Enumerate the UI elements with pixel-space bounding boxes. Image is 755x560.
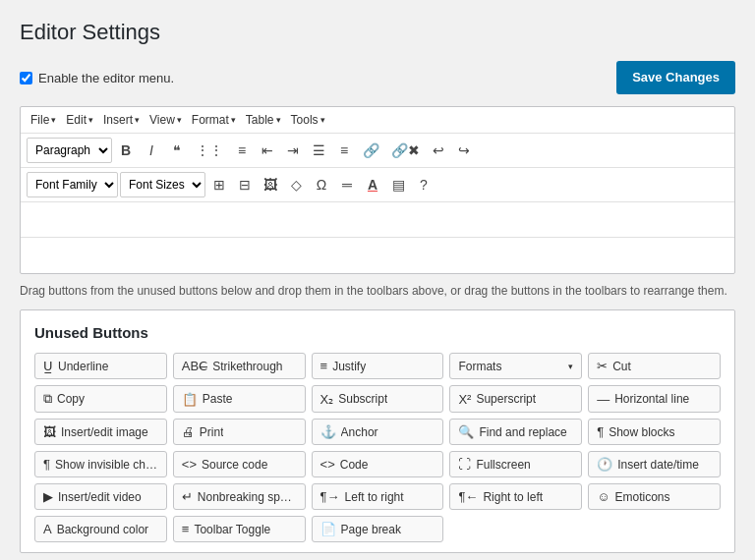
unused-btn-icon-rtl: ¶←: [458, 489, 478, 504]
enable-row: Enable the editor menu. Save Changes: [20, 61, 735, 94]
hr-btn[interactable]: ═: [335, 173, 359, 196]
chevron-icon: ▾: [568, 362, 573, 371]
unused-btn-source-code[interactable]: <>Source code: [173, 451, 306, 477]
unused-btn-icon-insert-video: ▶: [43, 489, 53, 504]
unused-btn-strikethrough[interactable]: ABC̶Strikethrough: [173, 353, 306, 379]
font-color-btn[interactable]: A: [361, 173, 384, 196]
pen-btn[interactable]: ◇: [284, 173, 308, 196]
unused-btn-label-subscript: Subscript: [338, 392, 387, 406]
unused-btn-superscript[interactable]: X²Superscript: [449, 385, 582, 413]
menu-item-file[interactable]: File▾: [27, 111, 60, 129]
unused-btn-label-insert-image: Insert/edit image: [61, 425, 148, 439]
toolbar-row-2: Font Family Font Sizes ⊞ ⊟ 🖼 ◇ Ω ═ A ▤ ?: [21, 168, 734, 202]
unused-btn-code[interactable]: <>Code: [312, 451, 444, 477]
unused-btn-label-code: Code: [340, 458, 369, 472]
enable-label[interactable]: Enable the editor menu.: [20, 71, 174, 85]
menu-item-view[interactable]: View▾: [145, 111, 186, 129]
media-btn[interactable]: 🖼: [259, 173, 282, 196]
unused-btn-icon-anchor: ⚓: [320, 424, 336, 439]
drag-hint: Drag buttons from the unused buttons bel…: [20, 274, 735, 309]
unused-btn-icon-hr: —: [597, 392, 610, 407]
toolbar-row-4: [21, 238, 734, 273]
unused-btn-icon-justify: ≡: [320, 359, 328, 373]
table-row-btn[interactable]: ⊟: [233, 173, 257, 196]
paragraph-select[interactable]: ParagraphHeading 1Heading 2Heading 3Head…: [27, 138, 112, 163]
unused-btn-toolbar-toggle[interactable]: ≡Toolbar Toggle: [173, 516, 306, 542]
chevron-icon: ▾: [231, 115, 236, 125]
unused-btn-icon-code: <>: [320, 457, 335, 472]
indent-btn[interactable]: ⇥: [281, 139, 305, 162]
unused-btn-cut[interactable]: ✂Cut: [588, 353, 721, 379]
unused-btn-print[interactable]: 🖨Print: [173, 419, 306, 445]
redo-btn[interactable]: ↪: [452, 139, 476, 162]
unused-btn-page-break[interactable]: 📄Page break: [312, 516, 444, 542]
unused-btn-label-hr: Horizontal line: [614, 392, 689, 406]
numlist-btn[interactable]: ≡: [230, 139, 254, 162]
table2-btn[interactable]: ▤: [386, 173, 410, 196]
unused-btn-nonbreaking[interactable]: ↵Nonbreaking space: [173, 483, 306, 510]
align-center-btn[interactable]: ≡: [332, 139, 356, 162]
unused-btn-bg-color[interactable]: ABackground color: [34, 516, 167, 542]
unused-btn-underline[interactable]: U̲Underline: [34, 353, 167, 379]
align-left-btn[interactable]: ☰: [307, 139, 330, 162]
unused-btn-ltr[interactable]: ¶→Left to right: [312, 483, 444, 510]
menu-item-table[interactable]: Table▾: [242, 111, 285, 129]
menu-bar: File▾Edit▾Insert▾View▾Format▾Table▾Tools…: [21, 107, 734, 134]
editor-container: File▾Edit▾Insert▾View▾Format▾Table▾Tools…: [20, 106, 735, 274]
font-family-select[interactable]: Font Family: [27, 172, 118, 197]
toolbar-row-3: [21, 202, 734, 238]
unused-btn-icon-ltr: ¶→: [320, 489, 340, 504]
chevron-icon: ▾: [135, 115, 140, 125]
unused-btn-insert-video[interactable]: ▶Insert/edit video: [34, 483, 167, 510]
unused-btn-insert-datetime[interactable]: 🕐Insert date/time: [588, 451, 721, 477]
unused-buttons-container: Unused Buttons U̲UnderlineABC̶Strikethro…: [20, 309, 735, 553]
blockquote-btn[interactable]: ❝: [165, 139, 189, 162]
menu-label-edit: Edit: [66, 113, 87, 127]
table-btn[interactable]: ⊞: [207, 173, 231, 196]
unused-btn-label-page-break: Page break: [341, 523, 401, 536]
unused-grid: U̲UnderlineABC̶Strikethrough≡JustifyForm…: [34, 353, 721, 542]
unused-btn-subscript[interactable]: X₂Subscript: [312, 385, 444, 413]
unused-btn-copy[interactable]: ⧉Copy: [34, 385, 167, 413]
unused-btn-justify[interactable]: ≡Justify: [312, 353, 444, 379]
unused-btn-find-replace[interactable]: 🔍Find and replace: [449, 419, 582, 445]
outdent-btn[interactable]: ⇤: [256, 139, 279, 162]
chevron-icon: ▾: [320, 115, 325, 125]
unused-btn-icon-superscript: X²: [458, 392, 471, 407]
unused-btn-formats[interactable]: Formats▾: [449, 353, 582, 379]
special-char-btn[interactable]: Ω: [310, 173, 333, 196]
undo-btn[interactable]: ↩: [427, 139, 450, 162]
unused-title: Unused Buttons: [34, 324, 721, 341]
menu-item-tools[interactable]: Tools▾: [287, 111, 329, 129]
unused-btn-label-fullscreen: Fullscreen: [476, 458, 530, 472]
unused-btn-show-blocks[interactable]: ¶Show blocks: [588, 419, 721, 445]
italic-btn[interactable]: I: [140, 139, 163, 162]
unused-btn-label-cut: Cut: [612, 360, 631, 373]
font-size-select[interactable]: Font Sizes: [120, 172, 205, 197]
menu-item-insert[interactable]: Insert▾: [99, 111, 144, 129]
unused-btn-icon-bg-color: A: [43, 522, 52, 536]
bold-btn[interactable]: B: [114, 139, 138, 162]
enable-checkbox[interactable]: [20, 72, 32, 84]
unused-btn-hr[interactable]: —Horizontal line: [588, 385, 721, 413]
unused-btn-icon-emoticons: ☺: [597, 489, 610, 504]
chevron-icon: ▾: [51, 115, 56, 125]
enable-label-text: Enable the editor menu.: [38, 71, 174, 85]
unused-btn-paste[interactable]: 📋Paste: [173, 385, 306, 413]
unlink-btn[interactable]: 🔗✖: [386, 139, 425, 162]
unused-btn-insert-image[interactable]: 🖼Insert/edit image: [34, 419, 167, 445]
unused-btn-label-print: Print: [200, 425, 224, 439]
unused-btn-fullscreen[interactable]: ⛶Fullscreen: [449, 451, 582, 477]
link-btn[interactable]: 🔗: [358, 139, 384, 162]
help-btn[interactable]: ?: [412, 173, 436, 196]
unused-btn-emoticons[interactable]: ☺Emoticons: [588, 483, 721, 510]
unused-btn-show-invisible[interactable]: ¶Show invisible chara...: [34, 451, 167, 477]
menu-item-format[interactable]: Format▾: [188, 111, 240, 129]
unused-btn-label-emoticons: Emoticons: [614, 490, 669, 504]
menu-item-edit[interactable]: Edit▾: [62, 111, 97, 129]
bullist-btn[interactable]: ⋮⋮: [191, 139, 228, 162]
unused-btn-label-bg-color: Background color: [57, 523, 148, 536]
save-button[interactable]: Save Changes: [616, 61, 735, 94]
unused-btn-rtl[interactable]: ¶←Right to left: [449, 483, 582, 510]
unused-btn-anchor[interactable]: ⚓Anchor: [312, 419, 444, 445]
